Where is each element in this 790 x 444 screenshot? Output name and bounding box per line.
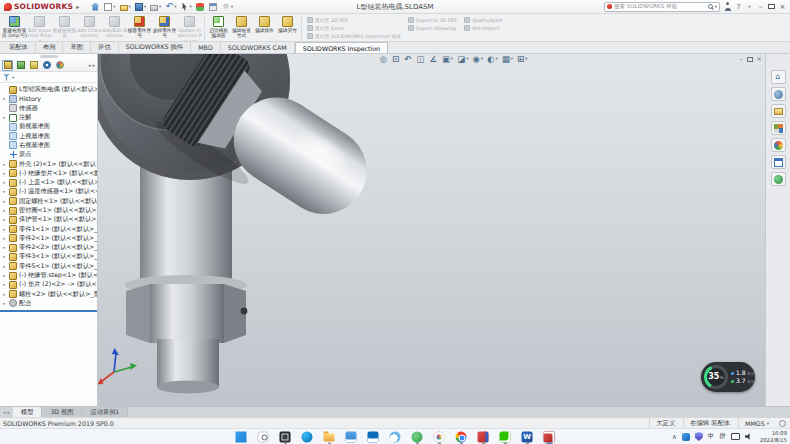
expand-arrow-icon[interactable]: ▸	[2, 189, 7, 194]
task-view-icon[interactable]	[279, 430, 292, 443]
dictionary-icon[interactable]	[477, 430, 490, 443]
window-restore-icon[interactable]	[747, 57, 753, 62]
word-icon[interactable]: W	[521, 430, 534, 443]
rollback-bar[interactable]	[0, 310, 97, 312]
scene-icon[interactable]: ▦ ▾	[502, 55, 513, 64]
expand-arrow-icon[interactable]: ▸	[2, 292, 7, 297]
search-input[interactable]: 搜索 SOLIDWORKS 帮助	[614, 3, 706, 10]
remove-balloons-button[interactable]: 移除零件序号	[127, 15, 152, 41]
custom-properties-icon[interactable]	[771, 155, 786, 169]
export-edrawing-button[interactable]: Export eDrawing	[408, 25, 457, 31]
qualityxpert-button[interactable]: QualityXpert	[464, 17, 502, 23]
measure-icon[interactable]: ∡	[429, 55, 438, 64]
net-inspect-button[interactable]: Net-Inspect	[464, 25, 502, 31]
tree-item[interactable]: ▸ 保护管<1> (默认<<默认>_显示状	[0, 215, 97, 224]
expand-arrow-icon[interactable]: ▸	[2, 254, 7, 259]
edit-methods-button[interactable]: 编辑检查方式	[230, 15, 253, 41]
panel-nav-left-icon[interactable]: ◂	[88, 62, 91, 68]
menu-flyout-caret-icon[interactable]: ▸	[76, 3, 79, 10]
hide-show-items-icon[interactable]: ◉ ▾	[472, 55, 483, 64]
doc-tabs-first-icon[interactable]: ◂	[3, 409, 6, 415]
select-balloons-button[interactable]: 选择零件序号	[152, 15, 177, 41]
expand-arrow-icon[interactable]: ▸	[2, 273, 7, 278]
edit-customers-button[interactable]: 编辑买方	[276, 15, 299, 41]
tab-mbd[interactable]: MBD	[191, 42, 221, 53]
search-caret-icon[interactable]: ▾	[715, 4, 717, 9]
tab-sketch[interactable]: 草图	[63, 42, 91, 53]
add-characteristic-button[interactable]: Add Characteristic	[77, 15, 102, 41]
mail-icon[interactable]	[345, 430, 358, 443]
chrome-icon[interactable]	[455, 430, 468, 443]
tree-item[interactable]: ▸ 零件5<1> (默认<<默认>_显示状	[0, 262, 97, 271]
filter-caret-icon[interactable]: ▾	[12, 75, 14, 80]
zoom-area-icon[interactable]: ⊡	[392, 55, 400, 64]
configurationmanager-tab[interactable]	[28, 60, 39, 71]
tree-item[interactable]: ▸ 注解	[0, 113, 97, 122]
unit-system[interactable]: MMGS ▾	[738, 418, 775, 428]
print-icon[interactable]: ▾	[150, 3, 161, 11]
minimize-button[interactable]: –	[757, 2, 764, 11]
expand-arrow-icon[interactable]: ▸	[2, 96, 7, 101]
undo-icon[interactable]: ↶ ▾	[165, 3, 176, 11]
user-account-icon[interactable]	[724, 2, 731, 11]
expand-arrow-icon[interactable]: ▸	[2, 199, 7, 204]
tree-item[interactable]: ▸ (-) 绝缘管.step<1> (默认<<默认>	[0, 271, 97, 280]
export-2d-pdf-button[interactable]: 导出至 2D PDF	[307, 17, 401, 23]
tab-solidworks-inspection[interactable]: SOLIDWORKS Inspection	[295, 42, 388, 53]
tab-3d-views[interactable]: 3D 视图	[42, 407, 82, 417]
panel-splitter-handle[interactable]	[40, 55, 58, 58]
view-palette-icon[interactable]	[771, 121, 786, 135]
expand-arrow-icon[interactable]: ▸	[2, 236, 7, 241]
graphics-viewport[interactable]: ◎ ⊡ ↶ ◫	[98, 54, 765, 406]
ime-language-icon[interactable]: 中	[708, 432, 715, 441]
panel-nav-right-icon[interactable]: ▸	[92, 62, 95, 68]
status-editing-mode[interactable]: 在编辑 装配体	[683, 418, 738, 428]
home-icon[interactable]	[91, 3, 100, 11]
quick-tip-icon[interactable]	[779, 420, 786, 427]
propertymanager-tab[interactable]	[15, 60, 26, 71]
dimxpertmanager-tab[interactable]	[41, 60, 52, 71]
tab-evaluate[interactable]: 评估	[91, 42, 119, 53]
section-view-icon[interactable]: ◫	[416, 55, 425, 64]
expand-arrow-icon[interactable]: ▸	[2, 115, 7, 120]
select-icon[interactable]: ▾	[181, 3, 192, 11]
file-properties-icon[interactable]	[209, 3, 218, 11]
edit-operations-button[interactable]: 编辑操作	[253, 15, 276, 41]
file-explorer-icon[interactable]	[323, 430, 336, 443]
tree-item[interactable]: ▸ 外壳 (2)<1> (默认<<默认>_显示状	[0, 159, 97, 168]
display-style-icon[interactable]: ◪ ▾	[457, 55, 468, 64]
display-cast-icon[interactable]	[731, 433, 740, 440]
tree-item[interactable]: ▸ 螺栓<2> (默认<<默认>_显示状态	[0, 290, 97, 299]
store-icon[interactable]	[367, 430, 380, 443]
previous-view-icon[interactable]: ↶	[404, 55, 412, 64]
search-icon[interactable]	[708, 4, 713, 9]
tree-item[interactable]: ▸ (-) 温度传感器<1> (默认<<默认>_	[0, 187, 97, 196]
expand-arrow-icon[interactable]: ▸	[2, 301, 7, 306]
tree-item[interactable]: 右视基准面	[0, 141, 97, 150]
edit-appearance-icon[interactable]: ◐ ▾	[487, 55, 498, 64]
help-caret-icon[interactable]: ▾	[746, 2, 753, 11]
home-icon[interactable]: ⌂	[771, 70, 786, 84]
tree-item[interactable]: 传感器	[0, 104, 97, 113]
edge-icon[interactable]	[301, 430, 314, 443]
tree-item[interactable]: 上视基准面	[0, 131, 97, 140]
tab-solidworks-addins[interactable]: SOLIDWORKS 插件	[119, 42, 191, 53]
expand-arrow-icon[interactable]: ▸	[2, 217, 7, 222]
search-taskbar-icon[interactable]	[257, 430, 270, 443]
status-definition[interactable]: 欠定义	[649, 418, 683, 428]
onedrive-icon[interactable]	[682, 433, 690, 441]
new-document-icon[interactable]: ▾	[104, 3, 115, 11]
edit-inspection-project-button[interactable]: Edit Inspection Project	[27, 15, 52, 41]
design-library-icon[interactable]	[771, 104, 786, 118]
template-editor-button[interactable]: 启动模板编辑器	[207, 15, 230, 41]
save-icon[interactable]: ▾	[135, 3, 146, 11]
tree-item[interactable]: ▸ 零件2<1> (默认<<默认>_显示状	[0, 234, 97, 243]
tree-item[interactable]: ▸ 零件1<1> (默认<<默认>_显示状态	[0, 224, 97, 233]
tree-item[interactable]: 原点	[0, 150, 97, 159]
rebuild-icon[interactable]	[196, 3, 205, 11]
tree-item[interactable]: ▸ History	[0, 94, 97, 103]
tray-expand-icon[interactable]: ∧	[672, 433, 677, 441]
export-3d-pdf-button[interactable]: Export to 3D PDF	[408, 17, 457, 23]
zoom-fit-icon[interactable]: ◎	[380, 55, 388, 64]
add-edit-balloons-button[interactable]: Add/Edit Balloons	[102, 15, 127, 41]
